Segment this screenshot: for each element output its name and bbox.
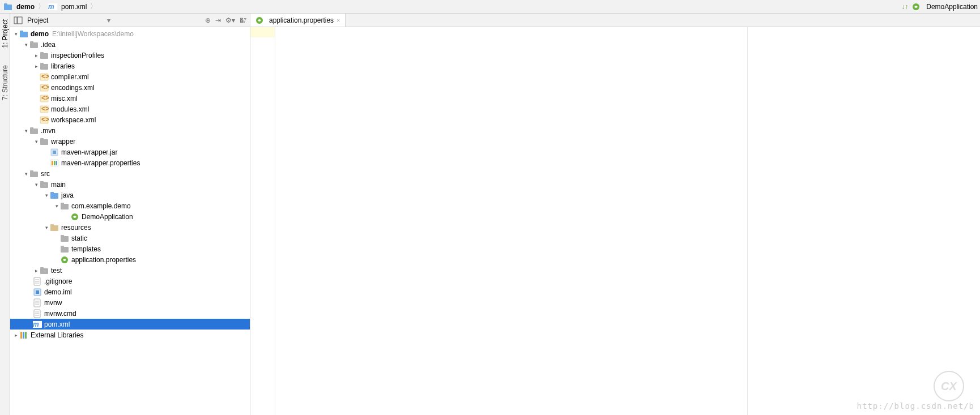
chevron-right-icon[interactable]: ▸ xyxy=(33,63,40,69)
folder-icon xyxy=(40,266,49,275)
tree-node-compiler[interactable]: compiler.xml xyxy=(10,71,250,82)
library-icon xyxy=(19,331,28,340)
chevron-down-icon[interactable]: ▾ xyxy=(33,182,40,187)
editor-body[interactable] xyxy=(250,27,980,415)
chevron-down-icon[interactable]: ▾ xyxy=(12,31,19,37)
tool-tab-label: 7: Structure xyxy=(1,65,9,100)
folder-icon xyxy=(40,137,49,146)
tree-label: demo.iml xyxy=(44,288,72,296)
tree-label: application.properties xyxy=(71,256,136,264)
tree-label: main xyxy=(51,181,66,189)
source-folder-icon xyxy=(50,191,59,200)
run-config-label[interactable]: DemoApplication xyxy=(926,3,978,11)
breadcrumb-label: pom.xml xyxy=(61,3,87,11)
tree-node-pom[interactable]: pom.xml xyxy=(10,319,250,330)
tree-node-mvnprops[interactable]: maven-wrapper.properties xyxy=(10,157,250,168)
tree-label: maven-wrapper.jar xyxy=(61,148,117,156)
folder-icon xyxy=(29,126,39,135)
xml-icon xyxy=(40,94,49,103)
tool-tab-structure[interactable]: 7: Structure xyxy=(1,65,9,100)
tree-node-modules[interactable]: modules.xml xyxy=(10,104,250,114)
editor-right-pane xyxy=(748,27,980,415)
tree-node-workspace[interactable]: workspace.xml xyxy=(10,114,250,125)
breadcrumb-item-root[interactable]: demo xyxy=(2,2,36,11)
tree-node-demoiml[interactable]: demo.iml xyxy=(10,286,250,297)
chevron-right-icon[interactable]: ▸ xyxy=(33,268,40,273)
folder-icon xyxy=(19,29,28,38)
spring-icon[interactable] xyxy=(911,2,921,11)
tree-label: com.example.demo xyxy=(71,202,131,210)
chevron-down-icon[interactable]: ▾ xyxy=(23,128,29,134)
tree-label: DemoApplication xyxy=(82,213,133,221)
close-icon[interactable]: × xyxy=(336,17,340,24)
tree-label: workspace.xml xyxy=(51,116,96,124)
resources-folder-icon xyxy=(50,223,59,232)
tree-node-java[interactable]: ▾ java xyxy=(10,190,250,200)
tree-node-encodings[interactable]: encodings.xml xyxy=(10,82,250,93)
tree-node-root[interactable]: ▾ demo E:\intellijWorkspaces\demo xyxy=(10,28,250,39)
tree-node-package[interactable]: ▾ com.example.demo xyxy=(10,200,250,211)
xml-icon xyxy=(40,105,49,114)
chevron-down-icon[interactable]: ▾ xyxy=(23,42,29,48)
tree-label: wrapper xyxy=(51,138,75,146)
tree-node-wrapper[interactable]: ▾ wrapper xyxy=(10,136,250,147)
tree-node-misc[interactable]: misc.xml xyxy=(10,93,250,104)
spring-icon xyxy=(70,212,79,221)
tree-label: test xyxy=(51,267,62,275)
project-tree[interactable]: ▾ demo E:\intellijWorkspaces\demo ▾ .ide… xyxy=(10,27,250,415)
tree-label: libraries xyxy=(51,62,75,70)
tree-node-mvnw[interactable]: mvnw xyxy=(10,297,250,308)
tree-node-static[interactable]: static xyxy=(10,233,250,243)
sort-icon[interactable]: ↓↑ xyxy=(901,3,908,11)
hide-icon[interactable]: �⳼ xyxy=(240,16,246,24)
xml-icon xyxy=(40,83,49,92)
tree-label: modules.xml xyxy=(51,105,89,113)
tree-node-main[interactable]: ▾ main xyxy=(10,179,250,190)
dropdown-icon[interactable]: ▾ xyxy=(107,16,110,24)
maven-icon xyxy=(33,320,42,329)
panel-title-label: Project xyxy=(27,16,48,24)
tree-node-test[interactable]: ▸ test xyxy=(10,265,250,276)
breadcrumb-item-file[interactable]: pom.xml xyxy=(47,2,88,11)
tree-node-idea[interactable]: ▾ .idea xyxy=(10,39,250,50)
chevron-down-icon[interactable]: ▾ xyxy=(43,192,50,198)
gear-icon[interactable]: ⚙▾ xyxy=(225,16,235,24)
tree-node-resources[interactable]: ▾ resources xyxy=(10,222,250,233)
tree-label: demo xyxy=(31,30,49,38)
chevron-down-icon[interactable]: ▾ xyxy=(43,225,50,230)
editor-content[interactable] xyxy=(275,27,748,415)
chevron-down-icon[interactable]: ▾ xyxy=(53,203,60,209)
breadcrumb-bar: demo 〉 pom.xml 〉 ↓↑ DemoApplication xyxy=(0,0,980,14)
editor-tab[interactable]: application.properties × xyxy=(250,14,346,27)
editor-tab-bar: application.properties × xyxy=(250,14,980,27)
tree-node-mvnwcmd[interactable]: mvnw.cmd xyxy=(10,308,250,319)
tree-node-libraries[interactable]: ▸ libraries xyxy=(10,61,250,71)
tree-node-extlib[interactable]: ▸ External Libraries xyxy=(10,330,250,340)
tree-label: resources xyxy=(61,224,91,232)
folder-icon xyxy=(3,2,12,11)
tool-tab-project[interactable]: 1: Project xyxy=(1,19,9,48)
chevron-right-icon[interactable]: ▸ xyxy=(33,53,40,58)
chevron-down-icon[interactable]: ▾ xyxy=(23,171,29,177)
iml-icon xyxy=(33,288,42,297)
collapse-all-icon[interactable]: ⇥ xyxy=(215,16,221,24)
tree-node-inspection[interactable]: ▸ inspectionProfiles xyxy=(10,50,250,61)
package-icon xyxy=(60,202,69,211)
tree-node-templates[interactable]: templates xyxy=(10,243,250,254)
chevron-right-icon: 〉 xyxy=(90,2,97,11)
tree-node-appprops[interactable]: application.properties xyxy=(10,254,250,265)
target-icon[interactable]: ⊕ xyxy=(205,16,211,24)
project-panel: Project ▾ ⊕ ⇥ ⚙▾ �⳼ ▾ demo E:\intellijWo… xyxy=(10,14,250,415)
tree-node-mvn[interactable]: ▾ .mvn xyxy=(10,125,250,136)
tree-node-src[interactable]: ▾ src xyxy=(10,168,250,179)
chevron-right-icon[interactable]: ▸ xyxy=(12,332,19,338)
tree-label: mvnw xyxy=(44,299,62,307)
tree-node-gitignore[interactable]: .gitignore xyxy=(10,276,250,286)
folder-icon xyxy=(60,234,69,243)
chevron-down-icon[interactable]: ▾ xyxy=(33,139,40,144)
tree-node-demoapp[interactable]: DemoApplication xyxy=(10,211,250,222)
tool-tab-label: 1: Project xyxy=(1,19,9,48)
project-panel-header: Project ▾ ⊕ ⇥ ⚙▾ �⳼ xyxy=(10,14,250,27)
project-view-icon xyxy=(14,16,23,25)
tree-node-mvnjar[interactable]: maven-wrapper.jar xyxy=(10,147,250,157)
